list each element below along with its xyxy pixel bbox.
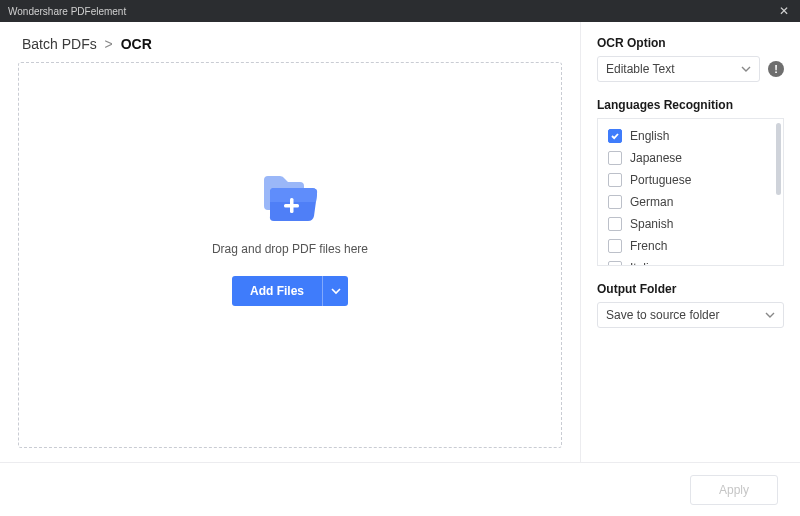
checkbox[interactable] <box>608 129 622 143</box>
languages-label: Languages Recognition <box>597 98 784 112</box>
language-label: Portuguese <box>630 173 691 187</box>
language-label: English <box>630 129 669 143</box>
output-folder-select[interactable]: Save to source folder <box>597 302 784 328</box>
output-folder-label: Output Folder <box>597 282 784 296</box>
checkbox[interactable] <box>608 217 622 231</box>
breadcrumb-parent[interactable]: Batch PDFs <box>22 36 97 52</box>
checkbox[interactable] <box>608 239 622 253</box>
chevron-right-icon: > <box>105 36 113 52</box>
language-label: German <box>630 195 673 209</box>
language-label: Japanese <box>630 151 682 165</box>
window-titlebar: Wondershare PDFelement ✕ <box>0 0 800 22</box>
checkbox[interactable] <box>608 195 622 209</box>
language-item[interactable]: Italian <box>602 257 779 266</box>
language-item[interactable]: Portuguese <box>602 169 779 191</box>
languages-list[interactable]: EnglishJapanesePortugueseGermanSpanishFr… <box>597 118 784 266</box>
ocr-option-select[interactable]: Editable Text <box>597 56 760 82</box>
language-item[interactable]: German <box>602 191 779 213</box>
output-folder-value: Save to source folder <box>606 308 719 322</box>
dropzone-hint: Drag and drop PDF files here <box>212 242 368 256</box>
left-pane: Batch PDFs > OCR Drag and drop PDF files… <box>0 22 580 462</box>
content-area: Batch PDFs > OCR Drag and drop PDF files… <box>0 22 800 462</box>
chevron-down-icon <box>765 310 775 320</box>
language-item[interactable]: Spanish <box>602 213 779 235</box>
add-files-dropdown[interactable] <box>322 276 348 306</box>
breadcrumb: Batch PDFs > OCR <box>22 36 562 52</box>
add-files-group: Add Files <box>232 276 348 306</box>
ocr-option-value: Editable Text <box>606 62 675 76</box>
language-label: Spanish <box>630 217 673 231</box>
info-icon[interactable]: ! <box>768 61 784 77</box>
file-dropzone[interactable]: Drag and drop PDF files here Add Files <box>18 62 562 448</box>
scrollbar-thumb[interactable] <box>776 123 781 195</box>
chevron-down-icon <box>741 64 751 74</box>
ocr-option-label: OCR Option <box>597 36 784 50</box>
language-label: Italian <box>630 261 662 266</box>
checkbox[interactable] <box>608 173 622 187</box>
checkbox[interactable] <box>608 261 622 266</box>
window-title: Wondershare PDFelement <box>8 6 776 17</box>
language-label: French <box>630 239 667 253</box>
footer: Apply <box>0 462 800 516</box>
apply-button[interactable]: Apply <box>690 475 778 505</box>
language-item[interactable]: English <box>602 125 779 147</box>
svg-rect-1 <box>284 204 299 208</box>
chevron-down-icon <box>331 286 341 296</box>
checkbox[interactable] <box>608 151 622 165</box>
right-pane: OCR Option Editable Text ! Languages Rec… <box>580 22 800 462</box>
breadcrumb-current: OCR <box>121 36 152 52</box>
language-item[interactable]: Japanese <box>602 147 779 169</box>
folder-add-icon <box>260 174 320 226</box>
add-files-button[interactable]: Add Files <box>232 276 322 306</box>
language-item[interactable]: French <box>602 235 779 257</box>
close-icon[interactable]: ✕ <box>776 4 792 18</box>
